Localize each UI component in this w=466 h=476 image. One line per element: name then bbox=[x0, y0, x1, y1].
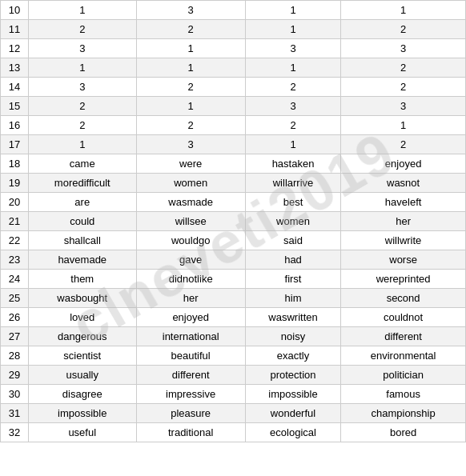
table-cell: her bbox=[341, 212, 466, 231]
table-cell: 1 bbox=[245, 58, 340, 78]
table-cell: 1 bbox=[136, 58, 245, 78]
table-cell: 2 bbox=[245, 78, 340, 97]
table-cell: wasbought bbox=[28, 289, 136, 308]
table-cell: are bbox=[28, 193, 136, 212]
table-cell: 3 bbox=[136, 1, 245, 20]
table-row: 143222 bbox=[1, 78, 466, 97]
table-cell: 3 bbox=[341, 39, 466, 58]
table-cell: 19 bbox=[1, 174, 29, 193]
table-cell: 1 bbox=[136, 39, 245, 58]
data-table: 1013111122121231331311121432221521331622… bbox=[0, 0, 466, 442]
table-cell: haveleft bbox=[341, 193, 466, 212]
table-cell: noisy bbox=[245, 327, 340, 346]
table-row: 162221 bbox=[1, 116, 466, 135]
table-cell: scientist bbox=[28, 346, 136, 366]
table-cell: pleasure bbox=[136, 404, 245, 423]
table-cell: 3 bbox=[245, 39, 340, 58]
table-row: 123133 bbox=[1, 39, 466, 58]
table-cell: wereprinted bbox=[341, 270, 466, 289]
table-cell: 3 bbox=[136, 135, 245, 154]
table-cell: willwrite bbox=[341, 231, 466, 250]
table-cell: 2 bbox=[28, 116, 136, 135]
table-row: 22shallcallwouldgosaidwillwrite bbox=[1, 231, 466, 250]
table-cell: had bbox=[245, 250, 340, 270]
table-row: 171312 bbox=[1, 135, 466, 154]
table-cell: beautiful bbox=[136, 346, 245, 366]
table-cell: could bbox=[28, 212, 136, 231]
table-row: 19moredifficultwomenwillarrivewasnot bbox=[1, 174, 466, 193]
table-cell: women bbox=[136, 174, 245, 193]
table-row: 26lovedenjoyedwaswrittencouldnot bbox=[1, 308, 466, 327]
table-cell: 2 bbox=[245, 116, 340, 135]
table-cell: 21 bbox=[1, 212, 29, 231]
table-cell: 28 bbox=[1, 346, 29, 366]
table-cell: protection bbox=[245, 366, 340, 385]
table-row: 24themdidnotlikefirstwereprinted bbox=[1, 270, 466, 289]
table-row: 25wasboughtherhimsecond bbox=[1, 289, 466, 308]
table-cell: 1 bbox=[136, 97, 245, 116]
table-row: 29usuallydifferentprotectionpolitician bbox=[1, 366, 466, 385]
table-cell: 22 bbox=[1, 231, 29, 250]
table-cell: 18 bbox=[1, 154, 29, 174]
table-cell: 3 bbox=[341, 97, 466, 116]
table-cell: 24 bbox=[1, 270, 29, 289]
table-row: 21couldwillseewomenher bbox=[1, 212, 466, 231]
table-cell: traditional bbox=[136, 423, 245, 442]
table-cell: useful bbox=[28, 423, 136, 442]
table-cell: 32 bbox=[1, 423, 29, 442]
table-cell: 2 bbox=[341, 20, 466, 39]
table-cell: bored bbox=[341, 423, 466, 442]
table-cell: first bbox=[245, 270, 340, 289]
table-cell: 3 bbox=[28, 39, 136, 58]
table-cell: came bbox=[28, 154, 136, 174]
table-cell: best bbox=[245, 193, 340, 212]
table-row: 101311 bbox=[1, 1, 466, 20]
table-cell: shallcall bbox=[28, 231, 136, 250]
table-cell: loved bbox=[28, 308, 136, 327]
table-cell: wasmade bbox=[136, 193, 245, 212]
table-cell: championship bbox=[341, 404, 466, 423]
table-cell: 20 bbox=[1, 193, 29, 212]
table-cell: enjoyed bbox=[341, 154, 466, 174]
table-cell: 1 bbox=[341, 1, 466, 20]
table-cell: second bbox=[341, 289, 466, 308]
table-cell: impossible bbox=[245, 385, 340, 404]
table-cell: them bbox=[28, 270, 136, 289]
table-cell: wonderful bbox=[245, 404, 340, 423]
table-cell: 11 bbox=[1, 20, 29, 39]
table-cell: 12 bbox=[1, 39, 29, 58]
table-cell: 1 bbox=[245, 135, 340, 154]
table-cell: 2 bbox=[136, 116, 245, 135]
table-cell: impossible bbox=[28, 404, 136, 423]
table-row: 23havemadegavehadworse bbox=[1, 250, 466, 270]
table-row: 131112 bbox=[1, 58, 466, 78]
table-cell: 2 bbox=[136, 78, 245, 97]
table-cell: 2 bbox=[341, 58, 466, 78]
table-cell: said bbox=[245, 231, 340, 250]
table-cell: 2 bbox=[28, 97, 136, 116]
table-cell: moredifficult bbox=[28, 174, 136, 193]
table-cell: 3 bbox=[245, 97, 340, 116]
table-cell: 2 bbox=[341, 78, 466, 97]
table-cell: her bbox=[136, 289, 245, 308]
table-cell: different bbox=[136, 366, 245, 385]
table-cell: exactly bbox=[245, 346, 340, 366]
table-row: 30disagreeimpressiveimpossiblefamous bbox=[1, 385, 466, 404]
table-cell: famous bbox=[341, 385, 466, 404]
table-cell: couldnot bbox=[341, 308, 466, 327]
table-row: 27dangerousinternationalnoisydifferent bbox=[1, 327, 466, 346]
table-cell: environmental bbox=[341, 346, 466, 366]
table-row: 18camewerehastakenenjoyed bbox=[1, 154, 466, 174]
table-cell: gave bbox=[136, 250, 245, 270]
table-cell: 17 bbox=[1, 135, 29, 154]
table-cell: enjoyed bbox=[136, 308, 245, 327]
table-cell: 2 bbox=[136, 20, 245, 39]
table-cell: didnotlike bbox=[136, 270, 245, 289]
table-cell: 1 bbox=[28, 58, 136, 78]
table-row: 112212 bbox=[1, 20, 466, 39]
table-cell: 1 bbox=[245, 20, 340, 39]
table-cell: 27 bbox=[1, 327, 29, 346]
table-cell: willsee bbox=[136, 212, 245, 231]
table-cell: 26 bbox=[1, 308, 29, 327]
table-cell: willarrive bbox=[245, 174, 340, 193]
